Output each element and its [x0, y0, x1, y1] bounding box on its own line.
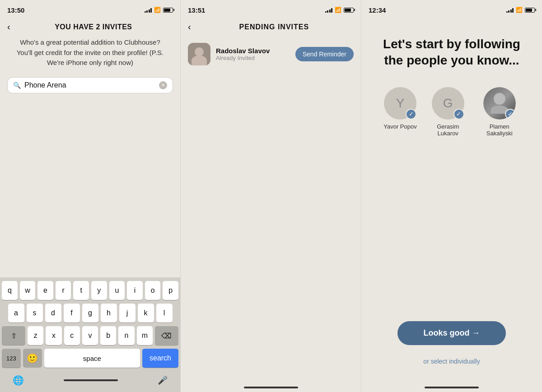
- panel3-main-content: Let's start by following the people you …: [361, 18, 542, 392]
- back-button-1[interactable]: ‹: [7, 22, 10, 32]
- wifi-icon-1: 📶: [154, 7, 161, 13]
- wifi-icon-3: 📶: [516, 7, 523, 13]
- keyboard: q w e r t y u i o p a s d f g h j k l ⇧ …: [0, 277, 180, 392]
- panel-pending-invites: 13:51 📶 ‹ PENDING INVITES: [181, 0, 361, 392]
- key-b[interactable]: b: [100, 326, 116, 345]
- key-r[interactable]: r: [56, 281, 71, 300]
- key-l[interactable]: l: [156, 304, 173, 323]
- key-c[interactable]: c: [64, 326, 80, 345]
- status-time-1: 13:50: [7, 6, 24, 14]
- back-button-2[interactable]: ‹: [188, 22, 191, 32]
- panel2-header: ‹ PENDING INVITES: [181, 18, 361, 38]
- avatar-initial-gerasim: G: [443, 96, 453, 111]
- contact-gerasim[interactable]: G ✓ Gerasim Lukarov: [428, 87, 468, 137]
- home-indicator-3: [425, 387, 479, 388]
- key-d[interactable]: d: [45, 304, 61, 323]
- contact-name-yavor: Yavor Popov: [383, 123, 416, 130]
- search-key[interactable]: search: [142, 349, 178, 368]
- key-e[interactable]: e: [37, 281, 53, 300]
- contacts-row: Y ✓ Yavor Popov G ✓ Gerasim Lukarov: [383, 87, 519, 137]
- emoji-key[interactable]: 🙂: [23, 349, 42, 368]
- status-bar-3: 12:34 📶: [361, 0, 542, 18]
- check-badge-plamen: ✓: [505, 109, 516, 120]
- avatar-radoslav: [188, 43, 210, 65]
- shift-key[interactable]: ⇧: [2, 326, 25, 345]
- avatar-initial-yavor: Y: [396, 96, 405, 111]
- battery-icon-2: [344, 8, 354, 13]
- status-icons-2: 📶: [325, 7, 354, 13]
- panel1-header: ‹ YOU HAVE 2 INVITES: [0, 18, 180, 37]
- signal-icon-1: [145, 7, 152, 13]
- key-t[interactable]: t: [73, 281, 89, 300]
- invite-status: Already Invited: [216, 55, 290, 61]
- key-g[interactable]: g: [82, 304, 98, 323]
- key-y[interactable]: y: [91, 281, 107, 300]
- key-n[interactable]: n: [118, 326, 134, 345]
- avatar-plamen: ✓: [483, 87, 516, 120]
- signal-icon-2: [325, 7, 333, 13]
- key-h[interactable]: h: [101, 304, 117, 323]
- follow-title: Let's start by following the people you …: [383, 36, 520, 69]
- key-o[interactable]: o: [145, 281, 161, 300]
- status-time-2: 13:51: [188, 6, 205, 14]
- panel1-subtitle: Who's a great potential addition to Club…: [0, 37, 180, 77]
- key-v[interactable]: v: [82, 326, 98, 345]
- spacebar-key[interactable]: space: [44, 349, 140, 368]
- key-x[interactable]: x: [46, 326, 61, 345]
- battery-icon-3: [525, 8, 535, 13]
- keyboard-bottom-row: 123 🙂 space search: [2, 349, 178, 368]
- battery-icon-1: [163, 8, 173, 13]
- check-badge-yavor: ✓: [406, 109, 416, 120]
- keyboard-row-3: ⇧ z x c v b n m ⌫: [2, 326, 178, 345]
- status-icons-1: 📶: [145, 7, 173, 13]
- key-j[interactable]: j: [119, 304, 136, 323]
- key-f[interactable]: f: [64, 304, 80, 323]
- contact-name-gerasim: Gerasim Lukarov: [428, 123, 468, 137]
- key-p[interactable]: p: [163, 281, 178, 300]
- status-time-3: 12:34: [369, 6, 386, 14]
- panel1-title: YOU HAVE 2 INVITES: [14, 23, 173, 31]
- contact-yavor[interactable]: Y ✓ Yavor Popov: [383, 87, 416, 130]
- clear-search-button[interactable]: ✕: [159, 81, 167, 89]
- key-a[interactable]: a: [8, 304, 24, 323]
- select-individually-link[interactable]: or select individually: [423, 358, 480, 365]
- mic-key[interactable]: 🎤: [158, 375, 168, 385]
- key-u[interactable]: u: [109, 281, 125, 300]
- avatar-gerasim: G ✓: [432, 87, 464, 120]
- invite-info: Radoslav Slavov Already Invited: [216, 47, 290, 61]
- avatar-yavor: Y ✓: [384, 87, 416, 120]
- looks-good-button[interactable]: Looks good →: [397, 321, 506, 345]
- key-k[interactable]: k: [138, 304, 154, 323]
- follow-title-line2: the people you know...: [384, 53, 519, 67]
- key-w[interactable]: w: [20, 281, 36, 300]
- key-s[interactable]: s: [27, 304, 43, 323]
- key-i[interactable]: i: [127, 281, 143, 300]
- invite-name: Radoslav Slavov: [216, 47, 290, 55]
- panel2-title: PENDING INVITES: [195, 23, 354, 31]
- search-icon: 🔍: [13, 82, 21, 89]
- panel-invites: 13:50 📶 ‹ YOU HAVE 2 INVITES Who's a gre…: [0, 0, 181, 392]
- numbers-key[interactable]: 123: [2, 349, 21, 368]
- keyboard-row-1: q w e r t y u i o p: [2, 281, 178, 300]
- check-badge-gerasim: ✓: [453, 109, 464, 120]
- keyboard-row-2: a s d f g h j k l: [2, 304, 178, 323]
- home-indicator-2: [244, 387, 298, 388]
- key-q[interactable]: q: [2, 281, 18, 300]
- search-bar[interactable]: 🔍 Phone Arena ✕: [7, 77, 173, 93]
- backspace-key[interactable]: ⌫: [155, 326, 178, 345]
- panel-follow-people: 12:34 📶 Let's start by following the peo…: [361, 0, 542, 392]
- contact-name-plamen: Plamen Sakaliyski: [479, 123, 520, 137]
- key-z[interactable]: z: [28, 326, 43, 345]
- globe-key[interactable]: 🌐: [13, 375, 24, 386]
- contact-plamen[interactable]: ✓ Plamen Sakaliyski: [479, 87, 520, 137]
- invite-item: Radoslav Slavov Already Invited Send Rem…: [181, 38, 361, 70]
- signal-icon-3: [506, 7, 514, 13]
- key-m[interactable]: m: [137, 326, 153, 345]
- keyboard-bottom-bar: 🌐 🎤: [2, 371, 178, 392]
- home-indicator-1: [64, 379, 118, 381]
- bottom-actions: Looks good → or select individually: [397, 321, 506, 383]
- search-input[interactable]: Phone Arena: [24, 81, 155, 89]
- send-reminder-button[interactable]: Send Reminder: [295, 47, 354, 61]
- status-bar-1: 13:50 📶: [0, 0, 180, 18]
- follow-title-line1: Let's start by following: [383, 37, 520, 51]
